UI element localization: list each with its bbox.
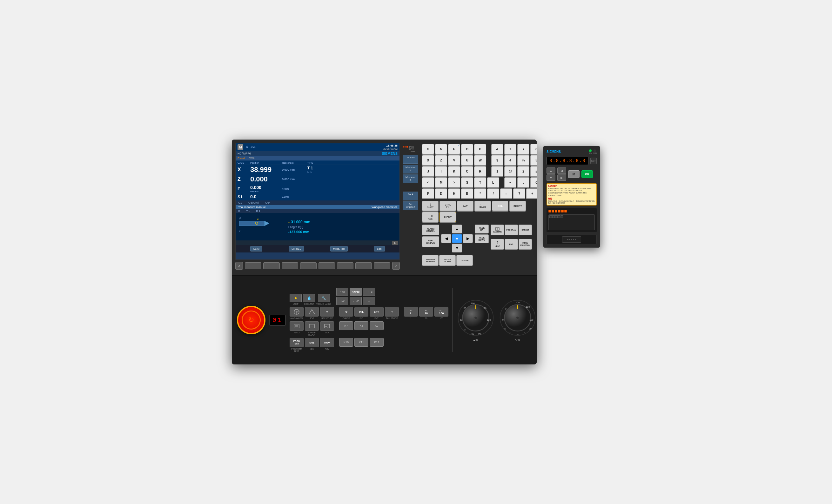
btn-jog[interactable]: JOG bbox=[305, 307, 319, 319]
btn-chuck[interactable]: ⚙ CHUCK bbox=[339, 307, 353, 319]
btn-pos-z[interactable]: →+Z bbox=[363, 288, 375, 296]
btn-single-block[interactable]: SINGLE BLOCK bbox=[305, 321, 319, 336]
key-c[interactable]: C bbox=[461, 166, 473, 176]
fkey-2[interactable] bbox=[263, 262, 280, 269]
softkey-back[interactable]: Back bbox=[403, 192, 418, 200]
key-plus[interactable]: + bbox=[526, 188, 537, 199]
btn-tailstock[interactable]: ⊣ TAIL STOCK bbox=[385, 307, 399, 319]
key-p[interactable]: P bbox=[474, 144, 486, 154]
btn-alarm-cancel[interactable]: ALARMCANCEL bbox=[422, 225, 439, 235]
key-dollar[interactable]: $ bbox=[491, 155, 503, 165]
key-5[interactable]: 5 bbox=[530, 155, 537, 165]
key-slash[interactable]: / bbox=[487, 188, 499, 199]
softkey-measurex[interactable]: Measure X bbox=[403, 165, 418, 173]
key-u[interactable]: U bbox=[461, 155, 473, 165]
btn-menu-function[interactable]: MENUFUNCTION bbox=[519, 239, 532, 250]
key-o[interactable]: O bbox=[461, 144, 473, 154]
key-ctrl[interactable]: CTRLFN bbox=[440, 201, 456, 211]
key-lt[interactable]: < bbox=[422, 177, 434, 188]
key-del[interactable]: DEL bbox=[492, 201, 509, 211]
softkey-setlengthx[interactable]: Set length X bbox=[403, 201, 418, 210]
btn-ref-point[interactable]: ⊕ REF. POINT bbox=[320, 307, 334, 319]
key-b[interactable]: B bbox=[461, 188, 473, 199]
key-percent[interactable]: % bbox=[517, 155, 529, 165]
drive-down-btn[interactable]: ▼ bbox=[547, 174, 555, 181]
feedrate-knob[interactable]: 100 110 120 50 60 70 80 90 bbox=[457, 299, 495, 337]
key-s[interactable]: S bbox=[461, 177, 473, 188]
arrow-left[interactable]: ◀ bbox=[441, 234, 451, 243]
btn-auto[interactable]: AUTO bbox=[290, 321, 304, 336]
key-x[interactable]: X bbox=[422, 155, 434, 165]
expand-btn[interactable]: ▶ bbox=[392, 241, 398, 245]
key-2[interactable]: 2 bbox=[517, 166, 529, 176]
btn-k7[interactable]: K7 bbox=[339, 321, 353, 330]
key-tab[interactable]: TAB bbox=[422, 212, 439, 222]
btn-offset[interactable]: OFFSET bbox=[519, 225, 532, 235]
drive-m-button[interactable]: M bbox=[568, 170, 579, 178]
key-minus[interactable]: – bbox=[504, 177, 516, 188]
btn-system-alarm[interactable]: SYSTEMALARM bbox=[439, 255, 456, 266]
key-insert[interactable]: INSERT bbox=[509, 201, 526, 211]
key-t[interactable]: T bbox=[474, 177, 486, 188]
drive-up-btn[interactable]: ▲ bbox=[547, 167, 555, 174]
key-7[interactable]: 7 bbox=[504, 144, 516, 154]
key-at[interactable]: @ bbox=[504, 166, 516, 176]
btn-custom[interactable]: CUSTOM bbox=[456, 255, 473, 266]
btn-k10[interactable]: K10 bbox=[339, 338, 353, 347]
key-l[interactable]: L bbox=[487, 177, 499, 188]
btn-program-test[interactable]: PROGTEST PROGRAM TEST bbox=[290, 338, 304, 353]
softkey-setrel[interactable]: Set REL bbox=[289, 246, 304, 252]
key-r[interactable]: R bbox=[474, 166, 486, 176]
key-m[interactable]: M bbox=[435, 177, 447, 188]
key-i[interactable]: I bbox=[435, 166, 447, 176]
btn-x-neg2[interactable]: -X bbox=[363, 297, 375, 305]
key-k[interactable]: K bbox=[448, 166, 460, 176]
softkey-measurez[interactable]: Measure Z bbox=[403, 174, 418, 183]
btn-page-up[interactable]: PAGEUP bbox=[475, 225, 489, 233]
key-gt[interactable]: > bbox=[448, 177, 460, 188]
btn-k8[interactable]: K8 bbox=[355, 321, 368, 330]
key-h[interactable]: H bbox=[448, 188, 460, 199]
emergency-stop-button[interactable]: ↻ bbox=[237, 306, 265, 334]
btn-mda[interactable]: M_ MDA bbox=[320, 321, 334, 336]
key-e[interactable]: °E bbox=[448, 144, 460, 154]
fkey-1[interactable] bbox=[245, 262, 261, 269]
key-8[interactable]: 8 bbox=[530, 144, 537, 154]
arrow-up[interactable]: ▲ bbox=[452, 225, 462, 233]
key-g[interactable]: G bbox=[422, 144, 434, 154]
btn-help[interactable]: ? HELP bbox=[491, 239, 504, 250]
key-input[interactable]: INPUT bbox=[440, 212, 456, 222]
fkey-5[interactable] bbox=[318, 262, 335, 269]
btn-k12[interactable]: K12 bbox=[370, 338, 384, 347]
btn-m01[interactable]: M01 M01 bbox=[305, 338, 319, 353]
drive-right-btn[interactable]: ▶ bbox=[557, 174, 566, 181]
drive-ok-button[interactable]: OK bbox=[581, 170, 593, 178]
btn-step1[interactable]: ←1 1 bbox=[404, 307, 418, 319]
nav-right-btn[interactable]: > bbox=[392, 262, 400, 270]
key-f[interactable]: F bbox=[422, 188, 434, 199]
lamp-button[interactable]: LAMP bbox=[290, 294, 302, 305]
key-amp[interactable]: & bbox=[491, 144, 503, 154]
btn-int[interactable]: INT. INT. bbox=[355, 307, 368, 319]
btn-pos-x[interactable]: ↑+X bbox=[336, 288, 348, 296]
key-back[interactable]: ←BACK bbox=[474, 201, 491, 211]
fkey-6[interactable] bbox=[337, 262, 354, 269]
btn-ext[interactable]: EXT. EXT. bbox=[370, 307, 384, 319]
softkey-tsm[interactable]: T,S,M bbox=[250, 246, 262, 252]
btn-rov[interactable]: ROV ROV bbox=[320, 338, 334, 353]
btn-k9[interactable]: K9 bbox=[370, 321, 384, 330]
btn-handwheel[interactable]: HAND WHEEL bbox=[290, 307, 304, 319]
key-4[interactable]: 4 bbox=[504, 155, 516, 165]
key-equals[interactable]: = bbox=[500, 188, 512, 199]
arrow-down[interactable]: ▼ bbox=[452, 244, 462, 252]
nav-up-btn[interactable]: ∧ bbox=[235, 262, 243, 270]
softkey-sett[interactable]: Sett. bbox=[374, 246, 385, 252]
tool-change-button[interactable]: 🔧 TOOL CHANGE bbox=[316, 294, 331, 305]
btn-neg-z[interactable]: ←-Z bbox=[349, 297, 362, 305]
key-1[interactable]: 1 bbox=[491, 166, 503, 176]
btn-page-down[interactable]: PAGEDOWN bbox=[475, 234, 489, 243]
btn-neg-x[interactable]: ↓-X bbox=[336, 297, 348, 305]
softkey-toollist[interactable]: Tool list bbox=[403, 155, 418, 164]
arrow-right[interactable]: ▶ bbox=[463, 234, 473, 243]
key-z[interactable]: Z bbox=[435, 155, 447, 165]
